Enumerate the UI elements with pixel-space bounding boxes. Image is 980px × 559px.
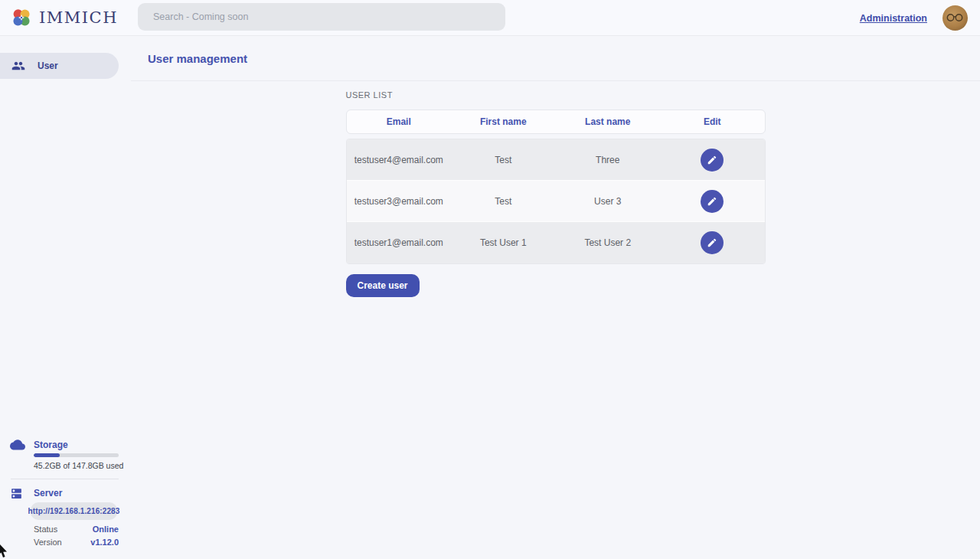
sidebar: User Storage 45.2GB of 147.8GB used Serv… <box>0 36 131 559</box>
cell-last-name: User 3 <box>556 196 661 207</box>
search-input[interactable] <box>138 3 505 31</box>
user-list-label: USER LIST <box>346 90 766 100</box>
mouse-cursor <box>0 543 8 558</box>
storage-progress-bar <box>34 453 119 457</box>
sidebar-item-user[interactable]: User <box>0 53 119 79</box>
status-label: Status <box>34 525 57 534</box>
pencil-icon <box>707 155 717 165</box>
immich-logo: IMMICH <box>11 7 118 28</box>
column-email: Email <box>347 116 452 127</box>
storage-progress-fill <box>34 453 60 457</box>
cell-email: testuser1@email.com <box>347 237 452 248</box>
column-first-name: First name <box>451 116 556 127</box>
cell-first-name: Test User 1 <box>451 237 556 248</box>
immich-flower-icon <box>11 7 32 28</box>
user-table-header: Email First name Last name Edit <box>346 110 766 134</box>
server-icon <box>10 487 23 500</box>
server-title: Server <box>34 488 62 499</box>
sidebar-divider <box>11 479 119 479</box>
top-bar: IMMICH Administration <box>0 0 980 36</box>
server-status-row: Status Online <box>34 525 119 534</box>
cell-last-name: Test User 2 <box>556 237 661 248</box>
table-row: testuser4@email.com Test Three <box>347 139 765 181</box>
edit-user-button[interactable] <box>701 149 724 172</box>
status-value: Online <box>93 525 119 534</box>
page-title: User management <box>148 52 247 65</box>
cell-first-name: Test <box>451 196 556 207</box>
cell-email: testuser3@email.com <box>347 196 452 207</box>
server-url-badge: http://192.168.1.216:2283 <box>31 502 117 520</box>
cloud-icon <box>10 439 25 450</box>
administration-link[interactable]: Administration <box>860 13 927 24</box>
version-label: Version <box>34 538 62 547</box>
storage-title: Storage <box>34 440 68 450</box>
table-row: testuser3@email.com Test User 3 <box>347 181 765 222</box>
storage-usage-text: 45.2GB of 147.8GB used <box>34 461 123 470</box>
cell-email: testuser4@email.com <box>347 155 452 165</box>
brand-name: IMMICH <box>39 8 118 27</box>
glasses-icon <box>946 13 964 22</box>
pencil-icon <box>707 237 717 248</box>
create-user-button[interactable]: Create user <box>346 274 420 297</box>
main-content: User management USER LIST Email First na… <box>131 36 980 559</box>
user-avatar[interactable] <box>942 5 968 31</box>
pencil-icon <box>707 196 717 207</box>
server-version-row: Version v1.12.0 <box>34 538 119 547</box>
page-title-bar: User management <box>131 36 980 81</box>
edit-user-button[interactable] <box>701 231 724 254</box>
column-last-name: Last name <box>556 116 661 127</box>
sidebar-item-label: User <box>38 60 58 71</box>
user-table-body: testuser4@email.com Test Three testuser3… <box>346 139 766 264</box>
version-value: v1.12.0 <box>90 538 119 547</box>
column-edit: Edit <box>660 116 765 127</box>
cell-first-name: Test <box>451 155 556 165</box>
users-icon <box>11 59 25 73</box>
cell-last-name: Three <box>556 155 661 165</box>
table-row: testuser1@email.com Test User 1 Test Use… <box>347 222 765 263</box>
edit-user-button[interactable] <box>701 190 724 213</box>
